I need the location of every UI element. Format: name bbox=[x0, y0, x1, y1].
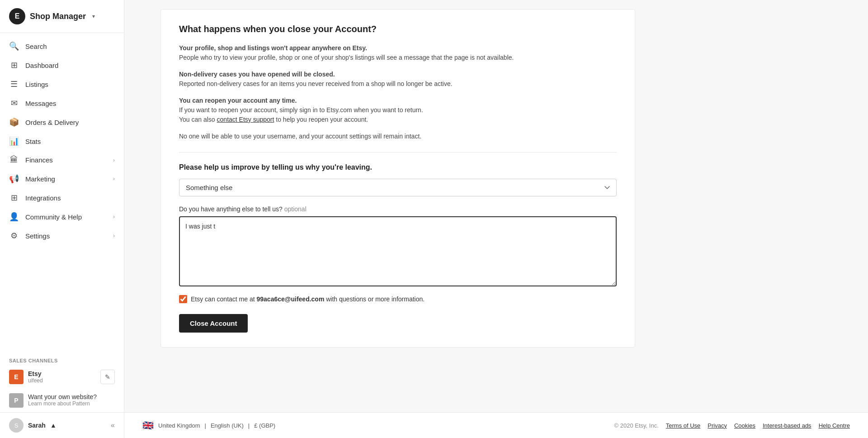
marketing-icon: 📢 bbox=[9, 174, 19, 184]
info-block-4: No one will be able to use your username… bbox=[179, 132, 617, 141]
contact-checkbox[interactable] bbox=[179, 295, 187, 303]
sidebar-item-search[interactable]: 🔍 Search bbox=[0, 37, 124, 56]
user-name: Sarah bbox=[28, 422, 46, 429]
shop-manager-title: Shop Manager bbox=[30, 12, 86, 21]
sidebar-item-community[interactable]: 👤 Community & Help › bbox=[0, 207, 124, 226]
etsy-channel-edit-button[interactable]: ✎ bbox=[100, 370, 115, 384]
info-block-1-bold: Your profile, shop and listings won't ap… bbox=[179, 44, 367, 52]
footer-right: © 2020 Etsy, Inc. Terms of Use Privacy C… bbox=[614, 422, 850, 429]
shop-manager-dropdown-icon: ▾ bbox=[92, 13, 95, 19]
sidebar-item-listings-label: Listings bbox=[25, 81, 48, 88]
flag-icon: 🇬🇧 bbox=[142, 420, 154, 431]
settings-expand-icon: › bbox=[113, 233, 115, 239]
community-icon: 👤 bbox=[9, 212, 19, 222]
sidebar-item-finances[interactable]: 🏛 Finances › bbox=[0, 151, 124, 169]
footer-help-centre-link[interactable]: Help Centre bbox=[819, 422, 850, 429]
footer-terms-link[interactable]: Terms of Use bbox=[666, 422, 701, 429]
community-expand-icon: › bbox=[113, 214, 115, 220]
sidebar-item-stats[interactable]: 📊 Stats bbox=[0, 132, 124, 151]
footer: 🇬🇧 United Kingdom | English (UK) | £ (GB… bbox=[124, 412, 868, 438]
close-account-button[interactable]: Close Account bbox=[179, 314, 248, 333]
footer-privacy-link[interactable]: Privacy bbox=[708, 422, 727, 429]
stats-icon: 📊 bbox=[9, 136, 19, 146]
sidebar-header[interactable]: E Shop Manager ▾ bbox=[0, 0, 124, 33]
sidebar-item-integrations-label: Integrations bbox=[25, 194, 61, 202]
marketing-expand-icon: › bbox=[113, 176, 115, 182]
contact-label-prefix: Etsy can contact me at bbox=[191, 295, 257, 303]
user-menu-arrow: ▲ bbox=[50, 422, 57, 429]
footer-currency: £ (GBP) bbox=[254, 422, 275, 429]
shop-manager-logo: E bbox=[9, 8, 25, 24]
info-block-2: Non-delivery cases you have opened will … bbox=[179, 70, 617, 89]
footer-cookies-link[interactable]: Cookies bbox=[734, 422, 755, 429]
sidebar-item-dashboard-label: Dashboard bbox=[25, 62, 58, 69]
sidebar-item-settings-label: Settings bbox=[25, 232, 50, 240]
sidebar-item-messages[interactable]: ✉ Messages bbox=[0, 94, 124, 113]
orders-icon: 📦 bbox=[9, 117, 19, 127]
info-block-2-text: Reported non-delivery cases for an items… bbox=[179, 79, 617, 89]
feedback-textarea[interactable]: I was just t bbox=[179, 216, 617, 286]
footer-interest-based-ads-link[interactable]: Interest-based ads bbox=[763, 422, 811, 429]
pattern-channel-info: Want your own website? Learn more about … bbox=[28, 393, 97, 407]
info-block-2-bold: Non-delivery cases you have opened will … bbox=[179, 71, 335, 78]
search-icon: 🔍 bbox=[9, 41, 19, 51]
footer-copyright: © 2020 Etsy, Inc. bbox=[614, 422, 659, 429]
sidebar: E Shop Manager ▾ 🔍 Search ⊞ Dashboard ☰ … bbox=[0, 0, 124, 438]
info-block-3-bold: You can reopen your account any time. bbox=[179, 97, 297, 104]
etsy-channel-name: Etsy bbox=[28, 370, 96, 377]
sidebar-item-listings[interactable]: ☰ Listings bbox=[0, 75, 124, 94]
info-block-1: Your profile, shop and listings won't ap… bbox=[179, 43, 617, 62]
footer-separator-2: | bbox=[248, 422, 250, 429]
sidebar-item-community-label: Community & Help bbox=[25, 213, 82, 221]
sidebar-item-settings[interactable]: ⚙ Settings › bbox=[0, 226, 124, 245]
sidebar-item-integrations[interactable]: ⊞ Integrations bbox=[0, 188, 124, 207]
contact-label-suffix: with questions or more information. bbox=[324, 295, 425, 303]
optional-tag: optional bbox=[284, 205, 307, 213]
sidebar-item-marketing[interactable]: 📢 Marketing › bbox=[0, 169, 124, 188]
sidebar-collapse-button[interactable]: « bbox=[111, 421, 115, 429]
info-block-3-suffix: to help you reopen your account. bbox=[274, 116, 368, 123]
contact-etsy-support-link[interactable]: contact Etsy support bbox=[217, 116, 274, 123]
sidebar-item-stats-label: Stats bbox=[25, 138, 41, 145]
user-avatar: S bbox=[9, 418, 24, 433]
info-block-3: You can reopen your account any time. If… bbox=[179, 96, 617, 124]
info-block-3-prefix: You can also bbox=[179, 116, 217, 123]
sidebar-item-marketing-label: Marketing bbox=[25, 175, 55, 183]
footer-language: English (UK) bbox=[211, 422, 244, 429]
close-account-card: What happens when you close your Account… bbox=[160, 9, 635, 348]
info-block-3-text1: If you want to reopen your account, simp… bbox=[179, 105, 617, 115]
improve-title: Please help us improve by telling us why… bbox=[179, 163, 617, 171]
sidebar-item-dashboard[interactable]: ⊞ Dashboard bbox=[0, 56, 124, 75]
user-info: S Sarah ▲ bbox=[9, 418, 57, 433]
sidebar-item-orders[interactable]: 📦 Orders & Delivery bbox=[0, 113, 124, 132]
footer-region: United Kingdom bbox=[158, 422, 200, 429]
sidebar-nav: 🔍 Search ⊞ Dashboard ☰ Listings ✉ Messag… bbox=[0, 33, 124, 352]
sidebar-item-search-label: Search bbox=[25, 43, 47, 50]
dashboard-icon: ⊞ bbox=[9, 60, 19, 70]
footer-separator-1: | bbox=[205, 422, 206, 429]
contact-email: 99aca6ce@uifeed.com bbox=[257, 295, 325, 303]
sidebar-item-messages-label: Messages bbox=[25, 100, 56, 107]
etsy-channel-item: E Etsy uifeed ✎ bbox=[0, 365, 124, 389]
finances-icon: 🏛 bbox=[9, 155, 19, 165]
sidebar-footer: S Sarah ▲ « bbox=[0, 412, 124, 438]
section-divider bbox=[179, 152, 617, 152]
pattern-channel-title: Want your own website? bbox=[28, 393, 97, 400]
reason-dropdown[interactable]: Something else I'm not using Etsy enough… bbox=[179, 179, 617, 196]
contact-checkbox-row: Etsy can contact me at 99aca6ce@uifeed.c… bbox=[179, 295, 617, 303]
integrations-icon: ⊞ bbox=[9, 193, 19, 203]
etsy-channel-icon: E bbox=[9, 370, 24, 384]
etsy-channel-sub: uifeed bbox=[28, 377, 96, 384]
finances-expand-icon: › bbox=[113, 157, 115, 163]
info-block-4-text: No one will be able to use your username… bbox=[179, 132, 617, 141]
optional-label: Do you have anything else to tell us? op… bbox=[179, 205, 617, 213]
pattern-channel-icon: P bbox=[9, 393, 24, 408]
pattern-channel-sub: Learn more about Pattern bbox=[28, 400, 97, 407]
main-content: What happens when you close your Account… bbox=[124, 0, 868, 438]
sidebar-item-orders-label: Orders & Delivery bbox=[25, 119, 79, 126]
listings-icon: ☰ bbox=[9, 79, 19, 89]
etsy-channel-info: Etsy uifeed bbox=[28, 370, 96, 384]
footer-left: 🇬🇧 United Kingdom | English (UK) | £ (GB… bbox=[142, 420, 275, 431]
pattern-channel-item: P Want your own website? Learn more abou… bbox=[0, 389, 124, 412]
contact-label: Etsy can contact me at 99aca6ce@uifeed.c… bbox=[191, 295, 425, 303]
